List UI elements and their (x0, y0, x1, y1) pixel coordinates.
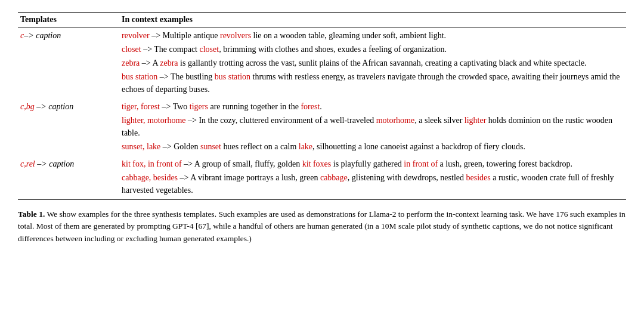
example-text: , brimming with clothes and shoes, exude… (219, 45, 447, 54)
table-row: c,rel –> caption kit fox, in front of –>… (18, 156, 626, 199)
keyword-cabbage: cabbage (320, 173, 348, 182)
examples-cell-cbg-caption: tiger, forest –> Two tigers are running … (119, 99, 626, 156)
example-text: , glistening with dewdrops, nestled (348, 173, 466, 182)
table-caption: Table 1. We show examples for the three … (18, 208, 626, 245)
keyword-motorhome: motorhome (376, 116, 415, 125)
caption-text: We show examples for the three synthesis… (18, 210, 626, 243)
template-arrow-caption: –> caption (24, 31, 61, 40)
example-text: , a sleek silver (414, 116, 465, 125)
keyword-zebra: zebra (122, 59, 140, 67)
example-text: lie on a wooden table, gleaming under so… (251, 31, 446, 40)
keyword-tiger-forest: tiger, forest (122, 102, 160, 111)
example-text: are running together in the (208, 102, 301, 111)
keyword-sunset-lake: sunset, lake (122, 142, 160, 151)
example-text: . (320, 102, 322, 111)
example-text: is playfully gathered (331, 159, 404, 168)
keyword-lighter: lighter (465, 116, 487, 125)
keyword-revolver: revolver (122, 31, 150, 40)
example-text: –> A group of small, fluffy, golden (182, 159, 302, 168)
keyword-lake: lake (299, 142, 312, 151)
example-tiger-forest: tiger, forest –> Two tigers are running … (122, 100, 621, 113)
example-text: –> The compact (141, 45, 200, 54)
keyword-forest: forest (301, 102, 320, 111)
example-text: –> A vibrant image portrays a lush, gree… (178, 173, 320, 182)
keyword-lighter-motorhome: lighter, motorhome (122, 116, 186, 125)
keyword-bus-station: bus station (122, 72, 157, 81)
example-closet: closet –> The compact closet, brimming w… (122, 43, 621, 56)
table-container: Templates In context examples c–> captio… (18, 12, 626, 200)
example-text: –> Multiple antique (150, 31, 220, 40)
template-var-cbg: c,bg (20, 102, 35, 111)
keyword-cabbage-besides: cabbage, besides (122, 173, 178, 182)
example-sunset-lake: sunset, lake –> Golden sunset hues refle… (122, 140, 621, 153)
keyword-sunset: sunset (200, 142, 221, 151)
template-var-crel: c,rel (20, 159, 35, 168)
keyword-closet2: closet (200, 45, 219, 54)
example-text: –> In the cozy, cluttered environment of… (186, 116, 376, 125)
example-text: –> Two (160, 102, 190, 111)
keyword-bus-station2: bus station (215, 72, 250, 81)
keyword-tigers: tigers (190, 102, 208, 111)
keyword-zebra2: zebra (160, 59, 178, 67)
examples-cell-c-caption: revolver –> Multiple antique revolvers l… (119, 27, 626, 99)
keyword-infrrontof: in front of (404, 159, 438, 168)
template-cell-crel-caption: c,rel –> caption (18, 156, 119, 199)
template-cell-c-caption: c–> caption (18, 27, 119, 99)
example-text: , silhouetting a lone canoeist against a… (312, 142, 525, 151)
example-lighter-motorhome: lighter, motorhome –> In the cozy, clutt… (122, 114, 621, 139)
main-table: Templates In context examples c–> captio… (18, 13, 626, 199)
example-text: –> Golden (160, 142, 200, 151)
example-text: a lush, green, towering forest backdrop. (438, 159, 572, 168)
example-bus-station: bus station –> The bustling bus station … (122, 70, 621, 96)
caption-label: Table 1. (18, 210, 45, 219)
keyword-besides: besides (466, 173, 490, 182)
example-text: hues reflect on a calm (221, 142, 299, 151)
col-templates-header: Templates (18, 13, 119, 27)
table-row: c,bg –> caption tiger, forest –> Two tig… (18, 99, 626, 156)
example-text: –> A (140, 59, 160, 67)
table-row: c–> caption revolver –> Multiple antique… (18, 27, 626, 99)
template-cell-cbg-caption: c,bg –> caption (18, 99, 119, 156)
example-cabbage-besides: cabbage, besides –> A vibrant image port… (122, 171, 621, 196)
example-zebra: zebra –> A zebra is gallantly trotting a… (122, 57, 621, 69)
example-kitfox-frontof: kit fox, in front of –> A group of small… (122, 158, 621, 170)
example-text: –> The bustling (157, 72, 215, 81)
example-revolver: revolver –> Multiple antique revolvers l… (122, 29, 621, 42)
template-arrow-caption3: –> caption (35, 159, 74, 168)
keyword-kitfoxes: kit foxes (302, 159, 332, 168)
keyword-revolvers: revolvers (220, 31, 251, 40)
keyword-closet: closet (122, 45, 141, 54)
examples-cell-crel-caption: kit fox, in front of –> A group of small… (119, 156, 626, 199)
col-examples-header: In context examples (119, 13, 626, 27)
example-text: is gallantly trotting across the vast, s… (178, 59, 587, 67)
template-arrow-caption2: –> caption (35, 102, 73, 111)
keyword-kitfox-frontof: kit fox, in front of (122, 159, 182, 168)
